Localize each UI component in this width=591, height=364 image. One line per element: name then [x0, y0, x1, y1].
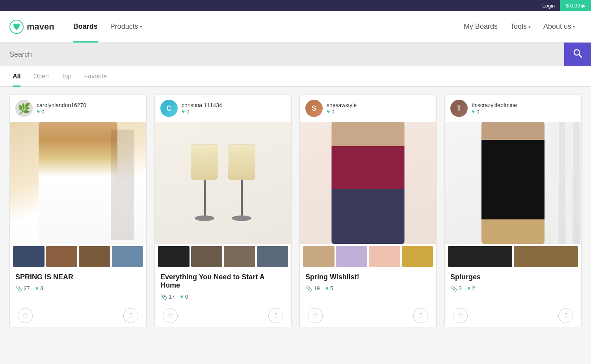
- username-3: shesawstyle: [327, 102, 357, 108]
- thumb-4-2: [514, 246, 578, 267]
- heart-count-icon-2: ♥: [180, 293, 184, 300]
- board-card-1: 🌿 carolynlandon16270 ♥ 0 SPRING IS: [9, 95, 147, 327]
- like-count-2: ♥ 0: [180, 293, 188, 300]
- board-main-image-4[interactable]: [445, 122, 581, 244]
- like-count-4: ♥ 2: [467, 285, 475, 292]
- board-user-3: S shesawstyle ♥ 0: [300, 95, 436, 122]
- share-action-2[interactable]: ⤴: [268, 308, 283, 323]
- search-icon: [573, 48, 582, 60]
- search-bar: [0, 43, 591, 66]
- tab-top[interactable]: Top: [55, 66, 78, 87]
- navbar: maven Boards Products ▾ My Boards Tools …: [0, 11, 591, 43]
- filter-tabs: All Open Top Favorite: [0, 66, 591, 87]
- heart-icon: ♥: [37, 108, 40, 115]
- tab-open[interactable]: Open: [27, 66, 55, 87]
- heart-action-1[interactable]: ♡: [18, 308, 33, 323]
- cart-button[interactable]: $ 0.00 ▶: [560, 0, 591, 11]
- avatar-christina: C: [160, 100, 178, 117]
- pin-icon-3: 📎: [305, 285, 312, 292]
- board-card-4: T thiscrazylifeofmine ♥ 0: [444, 95, 582, 327]
- username-4: thiscrazylifeofmine: [472, 102, 517, 108]
- nav-boards[interactable]: Boards: [67, 11, 104, 43]
- search-input[interactable]: [0, 50, 564, 59]
- nav-links-left: Boards Products ▾: [67, 11, 149, 43]
- nav-products[interactable]: Products ▾: [104, 11, 149, 43]
- pin-icon-1: 📎: [15, 285, 22, 292]
- heart-action-4[interactable]: ♡: [453, 308, 468, 323]
- tab-all[interactable]: All: [6, 66, 27, 87]
- thumb-3-2: [336, 246, 368, 267]
- nav-tools[interactable]: Tools ▾: [504, 11, 537, 43]
- svg-line-2: [579, 55, 582, 58]
- nav-about-us[interactable]: About us ▾: [537, 11, 582, 43]
- heart-count-icon-3: ♥: [325, 285, 329, 292]
- login-button[interactable]: Login: [537, 3, 560, 9]
- board-actions-4: ♡ ⤴: [445, 304, 581, 327]
- board-stats-3: 📎 19 ♥ 5: [300, 284, 436, 295]
- avatar-thiscrazylife: T: [450, 100, 468, 117]
- board-thumbs-2: [155, 244, 291, 269]
- thumb-1-2: [46, 246, 78, 267]
- board-title-1: SPRING IS NEAR: [10, 269, 146, 284]
- logo-text: maven: [27, 22, 54, 32]
- board-user-4: T thiscrazylifeofmine ♥ 0: [445, 95, 581, 122]
- maven-logo-icon: [9, 20, 24, 34]
- board-user-2: C christina.111434 ♥ 0: [155, 95, 291, 122]
- heart-action-3[interactable]: ♡: [308, 308, 323, 323]
- board-card-3: S shesawstyle ♥ 0 Spring Wishlist!: [299, 95, 437, 327]
- heart-icon-2: ♥: [182, 108, 185, 115]
- tools-dropdown-arrow: ▾: [528, 24, 531, 30]
- board-title-4: Splurges: [445, 269, 581, 284]
- board-actions-3: ♡ ⤴: [300, 304, 436, 327]
- thumb-2-2: [191, 246, 223, 267]
- share-action-4[interactable]: ⤴: [558, 308, 573, 323]
- nav-my-boards[interactable]: My Boards: [457, 11, 504, 43]
- nav-links-right: My Boards Tools ▾ About us ▾: [457, 11, 582, 43]
- search-button[interactable]: [564, 43, 591, 66]
- board-main-image-1[interactable]: [10, 122, 146, 244]
- board-thumbs-1: [10, 244, 146, 269]
- avatar-shesawstyle: S: [305, 100, 323, 117]
- tab-favorite[interactable]: Favorite: [78, 66, 113, 87]
- thumb-1-1: [13, 246, 45, 267]
- user-likes-1: ♥ 0: [37, 108, 86, 115]
- top-bar: Login $ 0.00 ▶: [0, 0, 591, 11]
- username-1: carolynlandon16270: [37, 102, 86, 108]
- board-actions-1: ♡ ⤴: [10, 304, 146, 327]
- thumb-3-3: [369, 246, 400, 267]
- heart-action-2[interactable]: ♡: [163, 308, 178, 323]
- board-thumbs-4: [445, 244, 581, 269]
- boards-grid: 🌿 carolynlandon16270 ♥ 0 SPRING IS: [0, 87, 591, 335]
- user-likes-3: ♥ 0: [327, 108, 357, 115]
- share-action-1[interactable]: ⤴: [123, 308, 138, 323]
- pin-icon-4: 📎: [450, 285, 457, 292]
- user-likes-2: ♥ 0: [182, 108, 222, 115]
- thumb-2-3: [224, 246, 255, 267]
- heart-icon-4: ♥: [472, 108, 475, 115]
- user-likes-4: ♥ 0: [472, 108, 517, 115]
- board-thumbs-3: [300, 244, 436, 269]
- pin-icon-2: 📎: [160, 293, 167, 300]
- board-stats-4: 📎 3 ♥ 2: [445, 284, 581, 295]
- share-action-3[interactable]: ⤴: [413, 308, 428, 323]
- thumb-2-4: [257, 246, 288, 267]
- board-actions-2: ♡ ⤴: [155, 304, 291, 327]
- thumb-4-1: [448, 246, 512, 267]
- board-main-image-3[interactable]: [300, 122, 436, 244]
- pin-count-4: 📎 3: [450, 285, 462, 292]
- board-main-image-2[interactable]: [155, 122, 291, 244]
- board-title-2: Everything You Need to Start A Home: [155, 269, 291, 292]
- heart-count-icon-4: ♥: [467, 285, 470, 292]
- like-count-1: ♥ 3: [35, 285, 43, 292]
- pin-count-3: 📎 19: [305, 285, 320, 292]
- board-stats-2: 📎 17 ♥ 0: [155, 292, 291, 304]
- pin-count-2: 📎 17: [160, 293, 175, 300]
- pin-count-1: 📎 27: [15, 285, 30, 292]
- like-count-3: ♥ 5: [325, 285, 333, 292]
- board-user-1: 🌿 carolynlandon16270 ♥ 0: [10, 95, 146, 122]
- board-title-3: Spring Wishlist!: [300, 269, 436, 284]
- nav-logo[interactable]: maven: [9, 20, 54, 34]
- cannabis-icon: 🌿: [18, 102, 30, 115]
- avatar-carolyn: 🌿: [15, 100, 33, 117]
- products-dropdown-arrow: ▾: [140, 24, 142, 30]
